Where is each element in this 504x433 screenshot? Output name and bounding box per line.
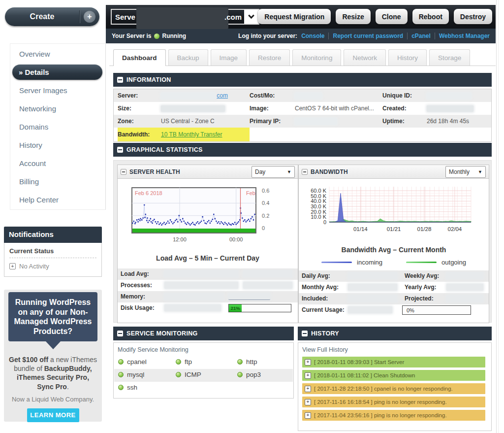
service-name: pop3 bbox=[246, 371, 261, 378]
info-row: Zone: US Central - Zone C Primary IP: Up… bbox=[114, 115, 491, 128]
graphical-statistics-header[interactable]: GRAPHICAL STATISTICS bbox=[113, 143, 492, 157]
expand-icon[interactable]: + bbox=[305, 399, 311, 405]
health-period-select[interactable]: Day▼ bbox=[252, 166, 295, 178]
service-monitoring-body: Modify Service Monitoring cpanel ftp htt… bbox=[113, 342, 294, 399]
expand-icon[interactable]: + bbox=[305, 412, 311, 419]
report-password-link[interactable]: Report current password bbox=[333, 33, 403, 39]
service-name: mysql bbox=[127, 371, 144, 378]
redacted-value bbox=[446, 284, 483, 291]
stat-label: Memory: bbox=[121, 293, 145, 300]
collapse-icon[interactable] bbox=[117, 331, 123, 336]
info-row: Server: com Cost/Mo: Unique ID: bbox=[114, 89, 491, 102]
svg-text:0.6: 0.6 bbox=[262, 188, 269, 194]
clone-button[interactable]: Clone bbox=[376, 9, 408, 24]
webhost-manager-link[interactable]: Webhost Manager bbox=[439, 33, 490, 39]
svg-text:00:00: 00:00 bbox=[229, 236, 243, 242]
stat-label: Monthly Avg: bbox=[302, 284, 339, 291]
expand-icon[interactable]: + bbox=[305, 359, 311, 366]
redacted-value bbox=[161, 93, 215, 99]
server-dropdown-button[interactable] bbox=[244, 10, 258, 24]
promo-panel: Running WordPress on any of our Non-Mana… bbox=[4, 290, 102, 422]
stat-label: Included: bbox=[302, 295, 328, 302]
server-domain-link[interactable]: com bbox=[217, 92, 228, 99]
tab-restore[interactable]: Restore bbox=[249, 49, 290, 66]
info-label: Size: bbox=[118, 105, 161, 112]
history-entry: + [ 2017-11-28 22:18:50 ] cpanel is no l… bbox=[302, 383, 485, 394]
image-value: CentOS 7 64-bit with cPanel... bbox=[295, 105, 382, 112]
collapse-icon[interactable] bbox=[121, 169, 126, 175]
service-monitoring-header[interactable]: SERVICE MONITORING bbox=[113, 327, 294, 340]
no-activity-label: No Activity bbox=[19, 263, 49, 270]
tab-history[interactable]: History bbox=[388, 49, 427, 66]
collapse-icon[interactable] bbox=[117, 77, 123, 83]
info-row: Bandwidth: 10 TB Monthly Transfer bbox=[114, 128, 491, 141]
sidebar-item-networking[interactable]: Networking bbox=[10, 100, 105, 118]
server-selector[interactable]: Serve .com bbox=[111, 9, 259, 25]
collapse-icon[interactable] bbox=[117, 147, 123, 153]
sidebar-item-account[interactable]: Account bbox=[10, 154, 105, 172]
tab-network[interactable]: Network bbox=[344, 49, 386, 66]
tab-monitoring[interactable]: Monitoring bbox=[292, 49, 341, 66]
sidebar-item-overview[interactable]: Overview bbox=[10, 45, 105, 63]
stat-row: Included: Projected: bbox=[299, 293, 489, 304]
view-full-history-link[interactable]: View Full History bbox=[302, 346, 348, 353]
no-activity-item: + No Activity bbox=[9, 263, 96, 270]
tab-bar: Dashboard Backup Image Restore Monitorin… bbox=[113, 49, 472, 66]
select-arrow-icon: ▼ bbox=[287, 169, 291, 174]
redacted-value bbox=[348, 306, 392, 313]
history-header[interactable]: HISTORY bbox=[298, 327, 492, 340]
bandwidth-link[interactable]: 10 TB Monthly Transfer bbox=[161, 131, 222, 138]
svg-text:01/21: 01/21 bbox=[387, 226, 401, 232]
tab-storage[interactable]: Storage bbox=[429, 49, 470, 66]
expand-icon[interactable]: + bbox=[305, 386, 311, 392]
sidebar-item-help-center[interactable]: Help Center bbox=[10, 191, 105, 209]
resize-button[interactable]: Resize bbox=[336, 9, 370, 24]
promo-callout-pointer bbox=[46, 341, 61, 349]
learn-more-button[interactable]: LEARN MORE bbox=[27, 408, 79, 422]
notifications-panel: Notifications Current Status + No Activi… bbox=[4, 227, 102, 277]
current-usage-label: 0% bbox=[407, 307, 414, 313]
stat-label: Processes: bbox=[121, 282, 152, 289]
sidebar-item-domains[interactable]: Domains bbox=[10, 118, 105, 136]
redacted-value bbox=[243, 270, 292, 277]
legend-label: outgoing bbox=[441, 259, 466, 266]
stat-label: Disk Usage: bbox=[121, 304, 155, 311]
chart-caption: Bandwidth Avg – Current Month bbox=[299, 246, 489, 254]
service-item: http bbox=[237, 358, 257, 366]
sidebar-item-history[interactable]: History bbox=[10, 136, 105, 154]
sidebar-item-details[interactable]: » Details bbox=[12, 65, 102, 80]
sidebar-item-server-images[interactable]: Server Images bbox=[10, 81, 105, 100]
uptime-value: 26d 18h 4m 45s bbox=[427, 118, 491, 125]
link-separator bbox=[407, 33, 408, 39]
information-header[interactable]: INFORMATION bbox=[113, 73, 492, 87]
tab-image[interactable]: Image bbox=[211, 49, 247, 66]
svg-text:0: 0 bbox=[323, 219, 326, 225]
tab-dashboard[interactable]: Dashboard bbox=[113, 49, 166, 66]
cpanel-link[interactable]: cPanel bbox=[411, 33, 431, 39]
create-button[interactable]: Create + bbox=[5, 7, 99, 26]
tab-backup[interactable]: Backup bbox=[168, 49, 208, 66]
expand-icon[interactable]: + bbox=[9, 263, 16, 269]
reboot-button[interactable]: Reboot bbox=[412, 9, 449, 24]
service-name: ICMP bbox=[185, 371, 201, 378]
redacted-link[interactable] bbox=[228, 293, 270, 300]
stat-label: Current Usage: bbox=[302, 306, 345, 313]
history-entry-text: [ 2018-01-11 08:11:02 ] Clean Shutdown bbox=[314, 372, 415, 378]
modify-service-link[interactable]: Modify Service Monitoring bbox=[118, 346, 189, 353]
collapse-icon[interactable] bbox=[302, 169, 308, 175]
service-item: ssh bbox=[118, 384, 137, 391]
request-migration-button[interactable]: Request Migration bbox=[258, 9, 331, 24]
bandwidth-period-select[interactable]: Monthly▼ bbox=[445, 166, 486, 178]
notifications-title: Notifications bbox=[4, 227, 102, 243]
server-status-value: Running bbox=[162, 33, 186, 39]
expand-icon[interactable]: + bbox=[305, 372, 311, 379]
current-status-label: Current Status bbox=[9, 247, 96, 258]
sidebar-item-billing[interactable]: Billing bbox=[10, 172, 105, 191]
plus-icon[interactable]: + bbox=[84, 11, 95, 23]
info-label: Primary IP: bbox=[250, 118, 295, 125]
destroy-button[interactable]: Destroy bbox=[454, 9, 492, 24]
redacted-value bbox=[243, 282, 292, 289]
info-table: Server: com Cost/Mo: Unique ID: Size: Im… bbox=[113, 89, 492, 142]
collapse-icon[interactable] bbox=[302, 331, 308, 336]
console-link[interactable]: Console bbox=[301, 33, 324, 39]
